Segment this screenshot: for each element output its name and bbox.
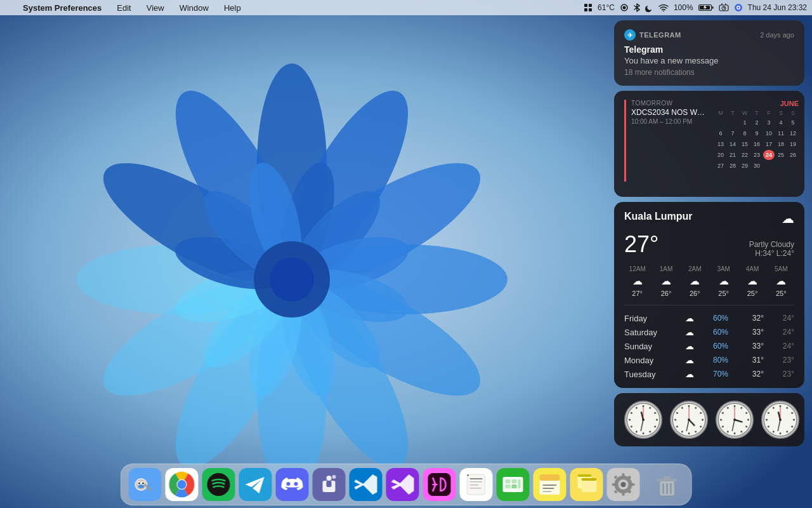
calendar-widget[interactable]: TOMORROW XDCS2034 NOS Week 4 Tu... 10:00… [614,91,804,197]
svg-rect-70 [428,473,451,496]
time-machine-icon[interactable] [719,3,729,12]
dock-discord[interactable] [276,468,309,501]
calendar-day[interactable]: 30 [751,161,763,171]
calendar-day[interactable]: 25 [775,150,787,160]
nordvpn-icon[interactable] [734,3,743,12]
svg-rect-58 [239,468,272,501]
calendar-month-name: JUNE [780,100,799,107]
calendar-day[interactable]: 1 [739,117,750,128]
battery-pct: 100% [674,3,693,12]
svg-rect-81 [506,485,511,488]
calendar-day[interactable]: 16 [751,139,763,149]
calendar-day[interactable]: 19 [787,139,799,149]
svg-rect-82 [512,485,517,488]
weather-day-hi: 32° [743,370,764,378]
edit-menu[interactable]: Edit [114,2,133,14]
calendar-day[interactable]: 8 [739,128,750,138]
datetime-display[interactable]: Thu 24 Jun 23:32 [748,3,807,12]
calendar-day[interactable]: 26 [787,150,799,160]
calendar-day[interactable]: 5 [787,117,799,128]
calendar-day[interactable]: 10 [763,128,775,138]
calendar-day[interactable]: 23 [751,150,763,160]
weather-day-row: Monday ☁ 80% 31° 23° [624,355,794,365]
calendar-day[interactable]: 21 [727,150,738,160]
clock-widget[interactable] [614,393,804,446]
telegram-widget[interactable]: ✈ TELEGRAM 2 days ago Telegram You have … [614,20,804,86]
dock-trash[interactable] [651,468,684,501]
weather-hour-temp: 27° [632,290,643,297]
app-name-menu[interactable]: System Preferences [20,2,104,14]
calendar-day[interactable]: 15 [739,139,750,149]
bluetooth-icon[interactable] [634,3,640,12]
calendar-day [727,117,738,128]
weather-day-row: Friday ☁ 60% 32° 24° [624,313,794,323]
svg-rect-99 [622,473,625,477]
dock-finder[interactable] [129,468,162,501]
calendar-day[interactable]: 20 [715,150,726,160]
svg-point-32 [622,6,625,10]
calendar-day[interactable]: 12 [787,128,799,138]
weather-hour-item: 3AM ☁ 25° [710,265,737,297]
weather-main: 27° Partly Cloudy H:34° L:24° [624,231,794,258]
calendar-event: TOMORROW XDCS2034 NOS Week 4 Tu... 10:00… [624,100,707,182]
grid-icon[interactable] [584,3,593,12]
calendar-day[interactable]: 6 [715,128,726,138]
weather-hour-icon: ☁ [632,275,643,287]
apple-menu[interactable] [5,6,10,9]
weather-daily: Friday ☁ 60% 32° 24° Saturday ☁ 60% 33° … [624,313,794,379]
svg-rect-110 [664,476,671,479]
calendar-day[interactable]: 22 [739,150,750,160]
dock-vscode[interactable] [350,468,383,501]
weather-widget[interactable]: Kuala Lumpur ☁ 27° Partly Cloudy H:34° L… [614,202,804,388]
svg-point-98 [621,482,626,487]
calendar-day[interactable]: 14 [727,139,738,149]
weather-day-row: Saturday ☁ 60% 33° 24° [624,327,794,337]
moon-icon[interactable] [645,4,653,12]
dock-notes[interactable] [534,468,566,501]
calendar-day[interactable]: 29 [739,161,750,171]
calendar-day[interactable]: 2 [751,117,763,128]
dock-stickies[interactable] [570,468,603,501]
calendar-day[interactable]: 27 [715,161,726,171]
calendar-day[interactable]: 7 [727,128,738,138]
calendar-day[interactable]: 18 [775,139,787,149]
screen-record-icon[interactable] [620,3,629,12]
svg-rect-79 [506,479,511,483]
dock-system-preferences[interactable] [607,468,640,501]
view-menu[interactable]: View [144,2,167,14]
battery-icon[interactable] [698,4,714,11]
weather-hour-temp: 25° [718,290,729,297]
window-menu[interactable]: Window [177,2,211,14]
weather-day-pct: 60% [708,314,733,323]
dock-chrome[interactable] [166,468,199,501]
weather-hour-icon: ☁ [661,275,671,287]
help-menu[interactable]: Help [221,2,244,14]
weather-hour-item: 12AM ☁ 27° [624,265,650,297]
dock-adobe-xd[interactable] [423,468,456,501]
dock-teams[interactable] [313,468,346,501]
svg-point-43 [737,7,739,9]
calendar-day[interactable]: 28 [727,161,738,171]
weather-hour-label: 4AM [746,265,759,272]
weather-day-name: Friday [624,314,675,323]
dock-spotify[interactable] [202,468,235,501]
weather-hour-item: 5AM ☁ 25° [768,265,794,297]
calendar-day[interactable]: 13 [715,139,726,149]
dock-visual-studio[interactable] [386,468,419,501]
weather-day-name: Tuesday [624,370,675,379]
dock-notion[interactable] [460,468,493,501]
calendar-day[interactable]: 4 [775,117,787,128]
calendar-day[interactable]: 3 [763,117,775,128]
dock-telegram[interactable] [239,468,272,501]
calendar-day[interactable]: 11 [775,128,787,138]
dock-numbers[interactable] [497,468,530,501]
svg-rect-74 [470,481,483,483]
weather-hour-label: 5AM [775,265,788,272]
weather-hour-temp: 26° [690,290,700,297]
svg-rect-65 [327,481,332,487]
calendar-day[interactable]: 9 [751,128,763,138]
calendar-day[interactable]: 17 [763,139,775,149]
wifi-icon[interactable] [658,4,669,11]
telegram-title: Telegram [624,44,794,55]
calendar-day[interactable]: 24 [763,150,775,160]
